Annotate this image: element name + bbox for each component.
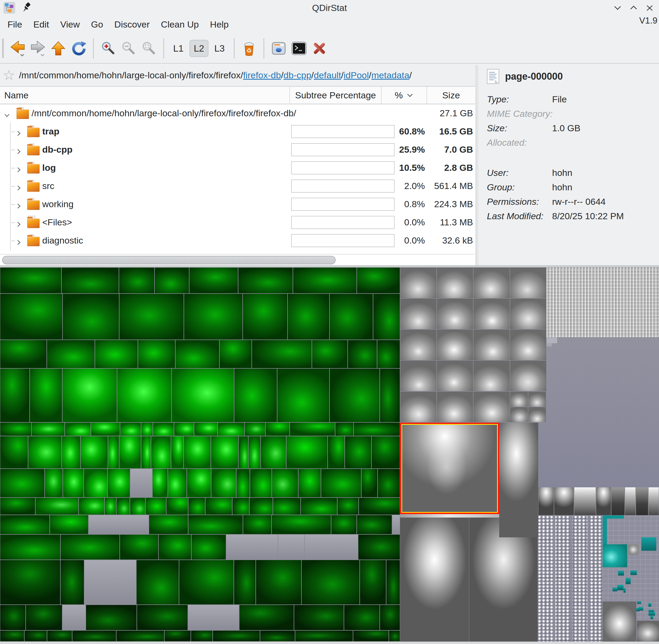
treemap-tile [26, 605, 62, 630]
table-row[interactable]: working0.8%224.3 MB [0, 195, 475, 213]
column-header-percent[interactable]: % [382, 87, 427, 104]
item-size: 7.0 GB [427, 144, 473, 155]
field-label: MIME Category: [487, 109, 552, 119]
menu-edit[interactable]: Edit [30, 18, 53, 31]
treemap-tile [108, 469, 130, 497]
selected-file-name: page-000000 [505, 71, 563, 82]
treemap-tile [357, 268, 400, 293]
maximize-icon[interactable] [629, 4, 638, 12]
folder-icon [27, 234, 40, 246]
field-value: 8/20/25 10:22 PM [552, 211, 624, 221]
toolbar-drag-handle[interactable] [2, 39, 4, 58]
expand-arrow-icon[interactable] [16, 146, 22, 157]
treemap-tile [0, 498, 35, 514]
table-row[interactable]: trap60.8%16.5 GB [0, 122, 475, 141]
treemap-tile [172, 369, 234, 422]
table-row[interactable]: <Files>0.0%11.3 MB [0, 213, 475, 231]
horizontal-scrollbar[interactable] [0, 254, 475, 266]
reload-button[interactable] [71, 40, 86, 57]
pane-splitter[interactable] [0, 265, 659, 267]
expand-arrow-icon[interactable] [16, 165, 22, 175]
treemap-tile [218, 423, 244, 436]
move-to-trash-button[interactable]: ♻ [241, 40, 257, 57]
treemap-tile [47, 630, 72, 641]
treemap-tile [473, 361, 510, 391]
bookmark-star-icon[interactable]: ☆ [3, 68, 15, 82]
table-row[interactable]: src2.0%561.4 MB [0, 177, 475, 195]
breadcrumb-separator: / [369, 70, 371, 80]
column-header-name[interactable]: Name [0, 87, 290, 104]
close-icon[interactable] [645, 4, 654, 12]
menu-help[interactable]: Help [206, 18, 233, 31]
treemap-tile [239, 605, 294, 630]
field-label: Type: [487, 94, 509, 105]
breadcrumb-link-metadata[interactable]: metadata [372, 70, 409, 80]
menu-file[interactable]: File [4, 18, 26, 31]
treemap-tile [119, 294, 183, 340]
treemap-tile [165, 630, 191, 641]
treemap-level-2-button[interactable]: L2 [189, 40, 208, 57]
table-row[interactable]: diagnostic0.0%32.6 kB [0, 231, 475, 250]
treemap-tile [611, 487, 625, 515]
treemap-tile [400, 330, 437, 360]
details-splitter[interactable] [476, 65, 478, 265]
forward-button[interactable] [30, 40, 46, 57]
expand-arrow-icon[interactable] [16, 219, 22, 230]
open-terminal-button[interactable] [291, 40, 307, 57]
treemap-tile [293, 268, 356, 293]
zoom-out-button[interactable] [121, 40, 136, 57]
subtree-percentage-bar [291, 216, 395, 229]
back-button[interactable] [10, 40, 25, 57]
menu-go[interactable]: Go [87, 18, 107, 31]
item-percent: 10.5% [382, 163, 425, 173]
sort-descending-icon [406, 93, 414, 97]
window-title: QDirStat [0, 3, 659, 13]
expand-arrow-icon[interactable] [16, 237, 22, 248]
breadcrumb-link-default[interactable]: default [314, 70, 341, 80]
item-percent: 60.8% [382, 126, 425, 137]
toolbar-separator [234, 38, 235, 59]
treemap-level-3-button[interactable]: L3 [211, 40, 229, 56]
treemap-tile [256, 560, 301, 604]
treemap-tile [188, 498, 205, 514]
treemap-tile [0, 268, 61, 293]
breadcrumb: ☆ /mnt/common/home/hohn/large-local-only… [0, 65, 475, 85]
treemap-tile [192, 535, 226, 559]
table-row[interactable]: /mnt/common/home/hohn/large-local-only/f… [0, 104, 475, 122]
treemap-tile [131, 469, 152, 497]
table-row[interactable]: log10.5%2.8 GB [0, 159, 475, 177]
shade-icon[interactable] [613, 4, 622, 12]
menu-discover[interactable]: Discover [111, 18, 154, 31]
treemap-tile [330, 294, 373, 340]
treemap-tile [189, 268, 238, 293]
expand-arrow-icon[interactable] [16, 183, 22, 193]
treemap-tile [95, 340, 138, 368]
breadcrumb-link-idPool[interactable]: idPool [344, 70, 369, 80]
subtree-percentage-bar [291, 234, 395, 247]
treemap-canvas[interactable] [0, 267, 659, 642]
up-button[interactable] [50, 40, 66, 57]
column-header-subtree-percentage[interactable]: Subtree Percentage [290, 87, 382, 104]
treemap-level-1-button[interactable]: L1 [169, 40, 187, 56]
open-file-manager-button[interactable] [271, 40, 286, 57]
breadcrumb-link-firefox-db[interactable]: firefox-db [243, 70, 281, 80]
qdirstat-window: QDirStat V1.9 FileEditViewGoDiscoverClea… [0, 0, 659, 644]
treemap-tile [638, 607, 643, 611]
treemap-tile [243, 515, 271, 534]
menu-view[interactable]: View [56, 18, 84, 31]
scrollbar-thumb[interactable] [2, 256, 336, 264]
menu-clean-up[interactable]: Clean Up [157, 18, 203, 31]
breadcrumb-link-db-cpp[interactable]: db-cpp [284, 70, 311, 80]
treemap-tile [389, 630, 400, 641]
zoom-reset-button[interactable] [141, 40, 157, 57]
treemap-selected-tile[interactable] [400, 423, 499, 514]
collapse-arrow-icon[interactable] [4, 110, 10, 120]
treemap-tile [510, 361, 546, 391]
expand-arrow-icon[interactable] [16, 128, 22, 139]
zoom-in-button[interactable] [100, 40, 116, 57]
treemap-tile [171, 436, 183, 468]
column-header-size[interactable]: Size [427, 87, 475, 104]
expand-arrow-icon[interactable] [16, 201, 22, 211]
table-row[interactable]: db-cpp25.9%7.0 GB [0, 141, 475, 159]
delete-button[interactable] [312, 40, 327, 57]
